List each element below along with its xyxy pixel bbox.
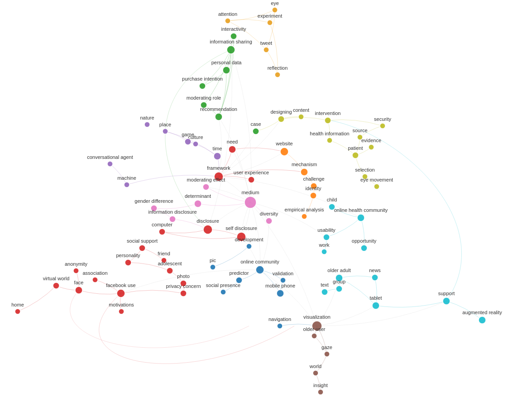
network-graph	[0, 0, 532, 407]
